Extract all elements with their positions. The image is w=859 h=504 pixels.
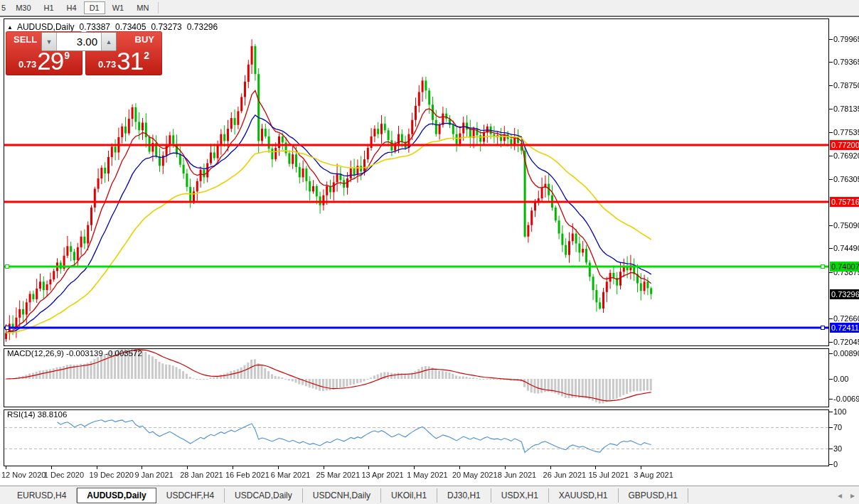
buy-price-prefix: 0.73 bbox=[98, 59, 116, 70]
rsi-axis-label: 0 bbox=[833, 460, 838, 468]
date-axis-label: 12 Nov 2020 bbox=[1, 471, 46, 479]
rsi-axis-label: 100 bbox=[833, 407, 846, 416]
buy-price-big: 31 bbox=[117, 48, 143, 74]
chart-header: ▲ AUDUSD,Daily 0.73387 0.73405 0.73273 0… bbox=[7, 22, 218, 32]
ohlc-high: 0.73405 bbox=[115, 22, 146, 32]
date-axis-label: 3 Aug 2021 bbox=[634, 471, 673, 479]
volume-increase-button[interactable]: ▲ bbox=[101, 33, 116, 50]
tab-xauusd-h1[interactable]: XAUUSD,H1 bbox=[549, 488, 619, 503]
date-axis-label: 20 May 2021 bbox=[452, 471, 498, 479]
date-axis-label: 9 Jan 2021 bbox=[134, 471, 173, 479]
macd-indicator-label: MACD(12,26,9) -0.003139 -0.003572 bbox=[7, 349, 142, 358]
sell-label: SELL bbox=[14, 34, 37, 45]
tab-eurusd-h4[interactable]: EURUSD,H4 bbox=[7, 488, 77, 503]
price-axis-label: 0.75090 bbox=[833, 221, 859, 230]
price-axis-label: 0.76305 bbox=[833, 175, 859, 183]
volume-input[interactable] bbox=[57, 33, 101, 50]
collapse-trade-panel-icon[interactable]: ▲ bbox=[7, 24, 13, 31]
chart-tab-bar: EURUSD,H4AUDUSD,DailyUSDCHF,H4USDCAD,Dai… bbox=[0, 486, 859, 504]
tab-audusd-daily[interactable]: AUDUSD,Daily bbox=[77, 488, 156, 503]
price-axis-label: 0.77535 bbox=[833, 128, 859, 136]
price-tag-0.72411: 0.72411 bbox=[830, 323, 859, 333]
date-axis-label: 6 Mar 2021 bbox=[271, 471, 311, 479]
volume-spinner: ▼ ▲ bbox=[41, 32, 117, 51]
macd-axis-label: -0.006977 bbox=[833, 395, 859, 403]
date-axis-label: 8 Jun 2021 bbox=[498, 471, 536, 479]
sell-price-prefix: 0.73 bbox=[18, 59, 36, 70]
price-axis-label: 0.76920 bbox=[833, 151, 859, 160]
tab-gbpusd-h1[interactable]: GBPUSD,H1 bbox=[619, 488, 688, 503]
date-axis-label: 16 Feb 2021 bbox=[225, 471, 270, 479]
tab-scroll-left-button[interactable]: ◂ bbox=[838, 490, 842, 500]
buy-label: BUY bbox=[135, 34, 154, 45]
buy-price-pip: 2 bbox=[144, 50, 149, 61]
tab-dj30-h1[interactable]: DJ30,H1 bbox=[437, 488, 491, 503]
date-axis-label: 26 Jun 2021 bbox=[543, 471, 587, 479]
mt4-window: 5M30H1H4D1W1MN 0.799650.793650.787500.78… bbox=[0, 0, 859, 504]
date-axis-label: 13 Apr 2021 bbox=[361, 471, 403, 479]
price-tag-0.74007: 0.74007 bbox=[830, 262, 859, 272]
date-axis-label: 1 May 2021 bbox=[407, 471, 447, 479]
sell-price-pip: 9 bbox=[64, 50, 70, 61]
price-tag-0.75716: 0.75716 bbox=[830, 197, 859, 207]
price-axis-label: 0.74490 bbox=[833, 244, 859, 252]
tab-usdx-h1[interactable]: USDX,H1 bbox=[491, 488, 549, 503]
price-axis-label: 0.79965 bbox=[833, 35, 859, 43]
macd-axis-label: 0.00 bbox=[833, 375, 848, 383]
price-tag-0.73296: 0.73296 bbox=[830, 289, 859, 299]
date-axis-label: 28 Jan 2021 bbox=[180, 471, 223, 479]
sell-price-big: 29 bbox=[37, 48, 63, 74]
rsi-axis-label: 30 bbox=[833, 444, 842, 453]
tab-usdcad-daily[interactable]: USDCAD,Daily bbox=[225, 488, 303, 503]
ohlc-low: 0.73273 bbox=[151, 22, 181, 32]
price-axis-label: 0.79365 bbox=[833, 58, 859, 66]
price-tag-0.77200: 0.77200 bbox=[830, 140, 859, 150]
price-axis-label: 0.72660 bbox=[833, 314, 859, 323]
tab-ukoil-h1[interactable]: UKOil,H1 bbox=[381, 488, 437, 503]
date-axis-label: 25 Mar 2021 bbox=[316, 471, 361, 479]
price-axis-label: 0.72045 bbox=[833, 338, 859, 346]
symbol-label: AUDUSD,Daily bbox=[17, 22, 75, 32]
price-axis-label: 0.78135 bbox=[833, 104, 859, 113]
rsi-indicator-label: RSI(14) 38.8106 bbox=[7, 410, 67, 419]
macd-axis-label: 0.008903 bbox=[833, 349, 859, 358]
date-axis-label: 19 Dec 2020 bbox=[90, 471, 134, 479]
price-axis-label: 0.78750 bbox=[833, 81, 859, 90]
tab-usdcnh-daily[interactable]: USDCNH,Daily bbox=[303, 488, 381, 503]
tab-scroll-right-button[interactable]: ▸ bbox=[850, 490, 855, 500]
ohlc-close: 0.73296 bbox=[187, 22, 218, 32]
volume-decrease-button[interactable]: ▼ bbox=[42, 33, 57, 50]
date-axis-label: 1 Dec 2020 bbox=[44, 471, 84, 479]
ohlc-open: 0.73387 bbox=[80, 22, 110, 32]
tab-usdchf-h4[interactable]: USDCHF,H4 bbox=[156, 488, 225, 503]
rsi-axis-label: 70 bbox=[833, 423, 842, 431]
date-axis-label: 15 Jul 2021 bbox=[588, 471, 629, 479]
chart-overlay: 0.799650.793650.787500.781350.775350.769… bbox=[0, 0, 859, 504]
